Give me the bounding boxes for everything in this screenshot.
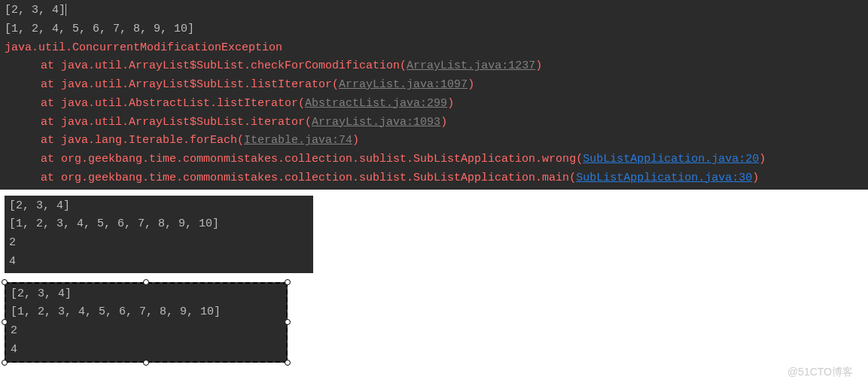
console-output-main: [2, 3, 4] [1, 2, 4, 5, 6, 7, 8, 9, 10] j… <box>0 0 868 190</box>
stacktrace-line: at java.util.AbstractList.listIterator(A… <box>5 95 863 114</box>
source-link[interactable]: Iterable.java:74 <box>244 134 352 147</box>
resize-handle-middle-right[interactable] <box>285 319 291 325</box>
output-line: [1, 2, 3, 4, 5, 6, 7, 8, 9, 10] <box>9 215 309 234</box>
stacktrace-line: at java.util.ArrayList$SubList.iterator(… <box>5 114 863 132</box>
output-line: 2 <box>9 234 309 253</box>
output-line: [2, 3, 4] <box>9 197 309 216</box>
source-link[interactable]: SubListApplication.java:20 <box>583 153 759 166</box>
output-line: [1, 2, 4, 5, 6, 7, 8, 9, 10] <box>5 20 863 39</box>
output-line: [2, 3, 4] <box>11 285 282 304</box>
stacktrace-line: at java.util.ArrayList$SubList.checkForC… <box>5 57 863 76</box>
stacktrace-line: at java.lang.Iterable.forEach(Iterable.j… <box>5 132 863 150</box>
console-output-secondary: [2, 3, 4] [1, 2, 3, 4, 5, 6, 7, 8, 9, 10… <box>5 196 313 273</box>
source-link[interactable]: ArrayList.java:1093 <box>312 116 440 129</box>
resize-handle-top-left[interactable] <box>2 279 8 285</box>
output-line: 2 <box>11 322 282 341</box>
source-link[interactable]: SubListApplication.java:30 <box>576 172 752 184</box>
selected-image-region[interactable]: [2, 3, 4] [1, 2, 3, 4, 5, 6, 7, 8, 9, 10… <box>5 282 288 363</box>
output-line: 4 <box>9 253 309 272</box>
text-cursor <box>65 4 66 16</box>
source-link[interactable]: ArrayList.java:1237 <box>407 59 535 72</box>
watermark-text: @51CTO博客 <box>787 363 853 381</box>
resize-handle-top-center[interactable] <box>143 279 149 285</box>
resize-handle-bottom-right[interactable] <box>285 360 291 366</box>
resize-handle-bottom-left[interactable] <box>2 360 8 366</box>
source-link[interactable]: ArrayList.java:1097 <box>339 78 468 91</box>
stacktrace-line: at org.geekbang.time.commonmistakes.coll… <box>5 150 863 169</box>
exception-line: java.util.ConcurrentModificationExceptio… <box>5 39 863 58</box>
output-line: [2, 3, 4] <box>5 2 863 20</box>
stacktrace-line: at org.geekbang.time.commonmistakes.coll… <box>5 169 863 188</box>
stacktrace-line: at java.util.ArrayList$SubList.listItera… <box>5 76 863 95</box>
source-link[interactable]: AbstractList.java:299 <box>305 97 447 110</box>
output-line: 4 <box>11 341 282 360</box>
console-output-selected: [2, 3, 4] [1, 2, 3, 4, 5, 6, 7, 8, 9, 10… <box>5 282 288 363</box>
output-line: [1, 2, 3, 4, 5, 6, 7, 8, 9, 10] <box>11 303 282 322</box>
resize-handle-middle-left[interactable] <box>2 319 8 325</box>
resize-handle-top-right[interactable] <box>285 279 291 285</box>
resize-handle-bottom-center[interactable] <box>143 360 149 366</box>
